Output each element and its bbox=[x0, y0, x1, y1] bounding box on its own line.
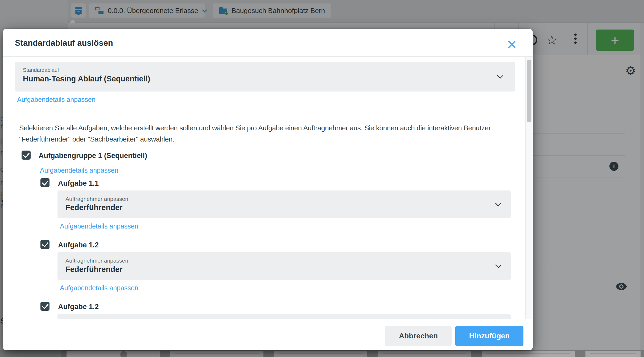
assignee-select[interactable]: Auftragnehmer anpassen Federführender bbox=[57, 190, 511, 218]
assignee-select[interactable]: Auftragnehmer anpassen Federführender bbox=[57, 252, 511, 280]
select-label: Auftragnehmer anpassen bbox=[65, 258, 128, 264]
group-details-link[interactable]: Aufgabendetails anpassen bbox=[40, 167, 118, 174]
standardablauf-select[interactable]: Standardablauf Human-Tesing Ablauf (Sequ… bbox=[15, 62, 515, 92]
task-details-link[interactable]: Aufgabendetails anpassen bbox=[60, 284, 138, 292]
header-divider bbox=[3, 56, 533, 57]
flow-details-link[interactable]: Aufgabendetails anpassen bbox=[17, 96, 96, 103]
standardablauf-dialog: Standardablauf auslösen Standardablauf H… bbox=[3, 29, 533, 350]
task-label: Aufgabe 1.2 bbox=[58, 303, 99, 311]
dialog-description: Selektieren Sie alle Aufgaben, welche er… bbox=[19, 122, 525, 145]
dialog-scrollbar-thumb[interactable] bbox=[527, 60, 531, 122]
assignee-select-clipped[interactable] bbox=[57, 314, 511, 319]
group-label: Aufgabengruppe 1 (Sequentiell) bbox=[39, 152, 147, 160]
group-checkbox[interactable] bbox=[22, 151, 31, 160]
chevron-down-icon bbox=[497, 72, 503, 79]
task-label: Aufgabe 1.1 bbox=[58, 179, 99, 188]
task-checkbox[interactable] bbox=[40, 178, 49, 187]
dialog-title: Standardablauf auslösen bbox=[15, 38, 113, 48]
task-checkbox[interactable] bbox=[40, 302, 49, 311]
cancel-button[interactable]: Abbrechen bbox=[385, 326, 452, 346]
dialog-footer bbox=[3, 319, 533, 350]
chevron-down-icon bbox=[495, 200, 501, 206]
submit-button[interactable]: Hinzufügen bbox=[455, 326, 523, 346]
close-button[interactable] bbox=[507, 39, 517, 49]
task-checkbox[interactable] bbox=[40, 240, 49, 249]
select-label: Standardablauf bbox=[23, 67, 59, 73]
select-value: Federführender bbox=[65, 265, 122, 274]
close-icon bbox=[507, 40, 516, 49]
task-details-link[interactable]: Aufgabendetails anpassen bbox=[60, 222, 138, 230]
task-label: Aufgabe 1.2 bbox=[58, 241, 99, 249]
select-value: Human-Tesing Ablauf (Sequentiell) bbox=[23, 74, 150, 83]
select-label: Auftragnehmer anpassen bbox=[65, 196, 128, 202]
select-value: Federführender bbox=[65, 203, 122, 212]
chevron-down-icon bbox=[495, 262, 501, 268]
